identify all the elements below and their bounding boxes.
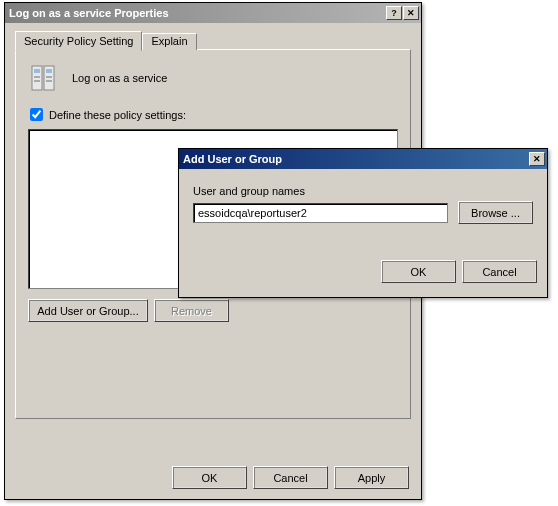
svg-rect-4 — [34, 76, 40, 78]
user-group-input[interactable] — [193, 203, 448, 223]
define-policy-checkbox[interactable] — [30, 108, 43, 121]
svg-rect-3 — [46, 69, 52, 73]
svg-rect-2 — [34, 69, 40, 73]
add-dialog-cancel-button[interactable]: Cancel — [462, 260, 537, 283]
policy-name-label: Log on as a service — [72, 72, 167, 84]
help-icon[interactable]: ? — [386, 6, 402, 20]
close-icon[interactable]: ✕ — [403, 6, 419, 20]
add-dialog-title: Add User or Group — [183, 153, 529, 165]
close-icon[interactable]: ✕ — [529, 152, 545, 166]
tabstrip: Security Policy Setting Explain — [15, 31, 411, 50]
add-dialog-ok-button[interactable]: OK — [381, 260, 456, 283]
policy-servers-icon — [28, 62, 60, 94]
properties-ok-button[interactable]: OK — [172, 466, 247, 489]
properties-title: Log on as a service Properties — [9, 7, 386, 19]
remove-button: Remove — [154, 299, 229, 322]
properties-cancel-button[interactable]: Cancel — [253, 466, 328, 489]
svg-rect-7 — [46, 80, 52, 82]
browse-button[interactable]: Browse ... — [458, 201, 533, 224]
svg-rect-5 — [46, 76, 52, 78]
properties-apply-button[interactable]: Apply — [334, 466, 409, 489]
define-policy-label: Define these policy settings: — [49, 109, 186, 121]
svg-rect-6 — [34, 80, 40, 82]
add-user-or-group-button[interactable]: Add User or Group... — [28, 299, 148, 322]
properties-titlebar: Log on as a service Properties ? ✕ — [5, 3, 421, 23]
add-user-group-dialog: Add User or Group ✕ User and group names… — [178, 148, 548, 298]
add-dialog-titlebar: Add User or Group ✕ — [179, 149, 547, 169]
tab-security-policy[interactable]: Security Policy Setting — [15, 31, 142, 51]
user-group-field-label: User and group names — [193, 185, 533, 197]
tab-explain[interactable]: Explain — [142, 33, 196, 50]
